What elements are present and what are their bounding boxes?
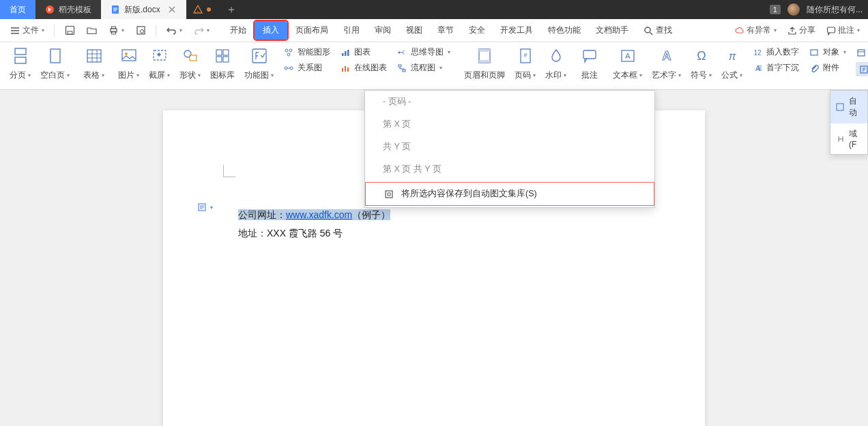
svg-point-9 [140,30,143,33]
doc-icon [111,5,120,14]
save-autotext-icon [384,189,394,200]
comment-icon [826,26,836,35]
misc-group-2: 对象▾ 附件 [805,46,850,74]
tab-devtools[interactable]: 开发工具 [493,21,540,40]
tab-document[interactable]: 新版.docx [101,0,186,19]
paging-button[interactable]: 分页▾ [5,46,35,89]
flowchart-button[interactable]: 流程图▾ [396,62,450,74]
svg-point-30 [290,67,293,70]
paragraph-handle[interactable]: ▾ [197,202,213,212]
symbol-button[interactable]: Ω 符号▾ [686,46,716,89]
object-button[interactable]: 对象▾ [809,46,846,58]
search-icon [643,26,653,35]
funcimg-button[interactable]: 功能图▾ [240,46,278,89]
icon-library-icon [213,46,232,65]
watermark-button[interactable]: 水印▾ [541,46,570,89]
svg-rect-41 [479,49,490,52]
warning-icon [193,5,203,14]
svg-text:A: A [625,52,631,60]
docparts-button[interactable]: 文档部 [856,62,868,76]
screenshot-button[interactable]: 截屏▾ [145,46,174,89]
tab-review[interactable]: 审阅 [368,21,398,40]
tab-special[interactable]: 特色功能 [541,21,588,40]
auto-icon [836,102,845,112]
svg-rect-11 [828,27,835,33]
menu-button[interactable]: 文件 ▾ [5,22,48,39]
notification-badge[interactable]: 1 [770,5,781,14]
svg-rect-57 [837,104,843,110]
tab-chapter[interactable]: 章节 [431,21,461,40]
func-icon [250,46,269,65]
relationchart-button[interactable]: 关系图 [283,62,330,74]
dd-page-x[interactable]: 第 X 页 [365,113,654,136]
avatar[interactable] [787,3,800,16]
dropcap-button[interactable]: A首字下沉 [752,62,799,74]
tab-search[interactable]: 查找 [637,21,679,40]
svg-text:π: π [728,50,736,62]
attachment-button[interactable]: 附件 [809,62,846,74]
undo-button[interactable]: ▾ [162,22,186,39]
tab-dochelper[interactable]: 文档助手 [589,21,635,40]
tab-template[interactable]: 稻壳模板 [35,0,101,19]
svg-rect-13 [15,57,26,63]
toolbar-right: 有异常 ▾ 分享 批注 ▾ [732,22,863,39]
svg-point-10 [645,27,650,33]
save-button[interactable] [60,22,79,39]
redo-icon [193,25,204,36]
folder-icon [86,25,97,36]
dd-save-autotext[interactable]: 将所选内容保存到自动图文集库(S) [365,182,654,206]
chevron-down-icon: ▾ [774,27,777,33]
iconlib-button[interactable]: 图标库 [206,46,239,89]
mindmap-button[interactable]: 思维导图▾ [396,46,450,58]
dd-page-x-of-y[interactable]: 第 X 页 共 Y 页 [365,158,654,181]
open-button[interactable] [82,22,101,39]
formula-button[interactable]: π 公式▾ [717,46,747,89]
chart-button[interactable]: 图表 [340,46,387,58]
tab-security[interactable]: 安全 [462,21,492,40]
picture-button[interactable]: 图片▾ [114,46,143,89]
textbox-button[interactable]: A 文本框▾ [609,46,646,89]
tab-home-label: 首页 [10,4,26,16]
tab-view[interactable]: 视图 [399,21,429,40]
shape-button[interactable]: 形状▾ [175,46,205,89]
batch-button[interactable]: 批注 ▾ [824,22,863,39]
svg-rect-33 [347,50,349,56]
date-button[interactable]: 日期 [856,46,868,58]
picture-icon [119,46,139,65]
tab-start[interactable]: 开始 [223,21,253,40]
tab-reference[interactable]: 引用 [336,21,366,40]
tab-pagelayout[interactable]: 页面布局 [289,21,335,40]
redo-button[interactable]: ▾ [189,22,214,39]
sync-status-button[interactable]: 有异常 ▾ [732,22,779,39]
template-icon [45,5,55,14]
table-button[interactable]: 表格▾ [79,46,108,89]
print-button[interactable]: ▾ [104,22,128,39]
tab-home[interactable]: 首页 [0,0,35,19]
company-url-link[interactable]: www.xadfk.com [286,209,352,220]
sp-field[interactable]: 域(F [830,123,867,154]
wordart-button[interactable]: A 艺术字▾ [648,46,685,89]
smartshape-button[interactable]: 智能图形 [283,46,330,58]
svg-text:12: 12 [753,49,762,57]
insertnumber-button[interactable]: 12插入数字 [752,46,799,58]
share-button[interactable]: 分享 [785,22,818,39]
calendar-icon [856,47,867,58]
svg-rect-53 [811,50,818,55]
svg-rect-45 [583,50,596,59]
print-preview-button[interactable] [131,22,150,39]
mindmap-icon [396,47,407,58]
field-icon [836,134,845,144]
sp-auto[interactable]: 自动 [830,91,867,123]
dd-total-y[interactable]: 共 Y 页 [365,136,654,158]
onlinechart-button[interactable]: 在线图表 [340,62,387,74]
new-tab-button[interactable]: ＋ [218,3,245,17]
pagenumber-button[interactable]: # 页码▾ [510,46,540,89]
headerfooter-button[interactable]: 页眉和页脚 [460,46,509,89]
close-icon[interactable] [167,5,177,14]
quick-toolbar: 文件 ▾ ▾ ▾ ▾ 开始 插入 页面 [0,19,868,42]
comment-button[interactable]: 批注 [576,46,603,89]
wordart-icon: A [657,46,676,65]
text-line-1: 公司网址：www.xadfk.com（例子） [238,206,630,224]
tab-insert[interactable]: 插入 [255,21,287,40]
blankpage-button[interactable]: 空白页▾ [36,46,74,89]
